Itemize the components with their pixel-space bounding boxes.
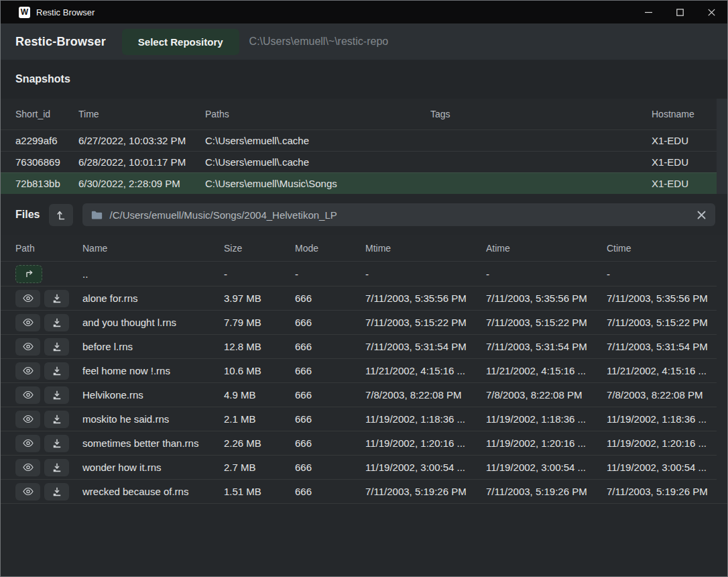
column-hostname: Hostname: [652, 109, 717, 119]
eye-icon: [23, 318, 34, 327]
file-mtime: 11/21/2002, 4:15:16 ...: [365, 365, 486, 376]
file-mode: 666: [295, 389, 365, 401]
download-icon: [52, 318, 62, 327]
download-button[interactable]: [44, 435, 69, 452]
snapshot-time: 6/30/2022, 2:28:09 PM: [78, 178, 205, 189]
file-name: sometimes better than.rns: [82, 437, 224, 449]
folder-icon: [91, 210, 103, 220]
file-row: wonder how it.rns 2.7 MB 666 11/19/2002,…: [1, 455, 717, 479]
column-ctime: Ctime: [607, 243, 717, 254]
file-mtime: 7/11/2003, 5:15:22 PM: [365, 317, 486, 328]
file-mode: 666: [295, 317, 365, 328]
files-title: Files: [15, 209, 40, 221]
snapshots-table-body: a2299af6 6/27/2022, 10:03:32 PM C:\Users…: [1, 129, 717, 194]
snapshots-table: Short_id Time Paths Tags Hostname a2299a…: [1, 99, 727, 194]
snapshot-row[interactable]: 76306869 6/28/2022, 10:01:17 PM C:\Users…: [1, 151, 717, 172]
parent-directory-button[interactable]: [15, 265, 42, 283]
snapshots-scrollbar-gutter[interactable]: [717, 99, 727, 194]
file-size: 1.51 MB: [224, 486, 295, 497]
app-header: Restic-Browser Select Repository C:\User…: [1, 23, 727, 60]
select-repository-button[interactable]: Select Repository: [122, 29, 239, 55]
minimize-icon: [645, 9, 652, 16]
file-mode: 666: [295, 293, 365, 304]
file-atime: 7/11/2003, 5:35:56 PM: [486, 293, 607, 304]
file-size: 3.97 MB: [224, 293, 295, 304]
window-controls: [633, 1, 727, 23]
file-name: moskito he said.rns: [82, 413, 224, 425]
parent-name: ..: [82, 268, 224, 280]
preview-button[interactable]: [15, 338, 40, 356]
preview-button[interactable]: [15, 435, 40, 452]
download-button[interactable]: [44, 362, 69, 380]
file-row: and you thought l.rns 7.79 MB 666 7/11/2…: [1, 310, 717, 334]
snapshots-table-header: Short_id Time Paths Tags Hostname: [1, 99, 717, 129]
clear-path-button[interactable]: [696, 209, 707, 221]
snapshot-hostname: X1-EDU: [652, 135, 717, 146]
parent-size: -: [224, 268, 295, 280]
file-atime: 7/8/2003, 8:22:08 PM: [486, 389, 607, 401]
eye-icon: [23, 294, 34, 303]
snapshot-row[interactable]: 72b813bb 6/30/2022, 2:28:09 PM C:\Users\…: [1, 172, 717, 194]
file-name: before l.rns: [82, 341, 224, 352]
file-ctime: 11/19/2002, 1:20:16 ...: [607, 437, 717, 449]
parent-mtime: -: [365, 268, 486, 280]
preview-button[interactable]: [15, 459, 40, 476]
download-button[interactable]: [44, 411, 69, 428]
file-ctime: 7/11/2003, 5:31:54 PM: [607, 341, 717, 352]
preview-button[interactable]: [15, 411, 40, 428]
maximize-icon: [676, 9, 684, 16]
file-mtime: 11/19/2002, 1:18:36 ...: [365, 413, 486, 425]
file-ctime: 11/19/2002, 3:00:54 ...: [607, 462, 717, 473]
file-size: 7.79 MB: [224, 317, 295, 328]
preview-button[interactable]: [15, 483, 40, 501]
file-size: 2.1 MB: [224, 413, 295, 425]
column-mode: Mode: [295, 243, 365, 254]
download-button[interactable]: [44, 459, 69, 476]
eye-icon: [23, 342, 34, 351]
wails-logo-icon: W: [19, 7, 30, 18]
file-mode: 666: [295, 365, 365, 376]
snapshot-row[interactable]: a2299af6 6/27/2022, 10:03:32 PM C:\Users…: [1, 129, 717, 151]
file-name: wonder how it.rns: [82, 462, 224, 473]
snapshot-paths: C:\Users\emuell\Music\Songs: [205, 178, 430, 189]
preview-button[interactable]: [15, 314, 40, 331]
empty-area: [1, 504, 727, 576]
file-mode: 666: [295, 413, 365, 425]
file-ctime: 11/19/2002, 1:18:36 ...: [607, 413, 717, 425]
files-table-header: Path Name Size Mode Mtime Atime Ctime: [1, 235, 717, 261]
clear-x-icon: [697, 211, 706, 219]
eye-icon: [23, 487, 34, 496]
window-titlebar: W Restic Browser: [1, 1, 727, 23]
snapshots-section-header: Snapshots: [1, 60, 727, 99]
minimize-button[interactable]: [633, 1, 664, 23]
parent-mode: -: [295, 268, 365, 280]
file-atime: 11/19/2002, 1:18:36 ...: [486, 413, 607, 425]
current-file-path: /C/Users/emuell/Music/Songs/2004_Helveti…: [109, 209, 689, 221]
snapshot-paths: C:\Users\emuell\.cache: [205, 135, 430, 146]
go-to-root-button[interactable]: [49, 204, 73, 226]
column-tags: Tags: [430, 109, 652, 119]
column-short-id: Short_id: [15, 109, 78, 119]
file-atime: 11/19/2002, 3:00:54 ...: [486, 462, 607, 473]
preview-button[interactable]: [15, 386, 40, 404]
eye-icon: [23, 415, 34, 423]
download-button[interactable]: [44, 386, 69, 404]
column-time: Time: [78, 109, 205, 119]
download-button[interactable]: [44, 338, 69, 356]
snapshot-time: 6/28/2022, 10:01:17 PM: [78, 156, 205, 168]
close-button[interactable]: [696, 1, 727, 23]
file-atime: 7/11/2003, 5:15:22 PM: [486, 317, 607, 328]
file-size: 2.26 MB: [224, 437, 295, 449]
eye-icon: [23, 463, 34, 472]
file-path-bar[interactable]: /C/Users/emuell/Music/Songs/2004_Helveti…: [82, 203, 715, 226]
repository-path: C:\Users\emuell\~\restic-repo: [249, 36, 389, 48]
file-ctime: 7/11/2003, 5:15:22 PM: [607, 317, 717, 328]
preview-button[interactable]: [15, 362, 40, 380]
preview-button[interactable]: [15, 290, 40, 307]
download-button[interactable]: [44, 314, 69, 331]
download-button[interactable]: [44, 290, 69, 307]
snapshot-paths: C:\Users\emuell\.cache: [205, 156, 430, 168]
download-button[interactable]: [44, 483, 69, 501]
maximize-button[interactable]: [664, 1, 696, 23]
file-size: 4.9 MB: [224, 389, 295, 401]
